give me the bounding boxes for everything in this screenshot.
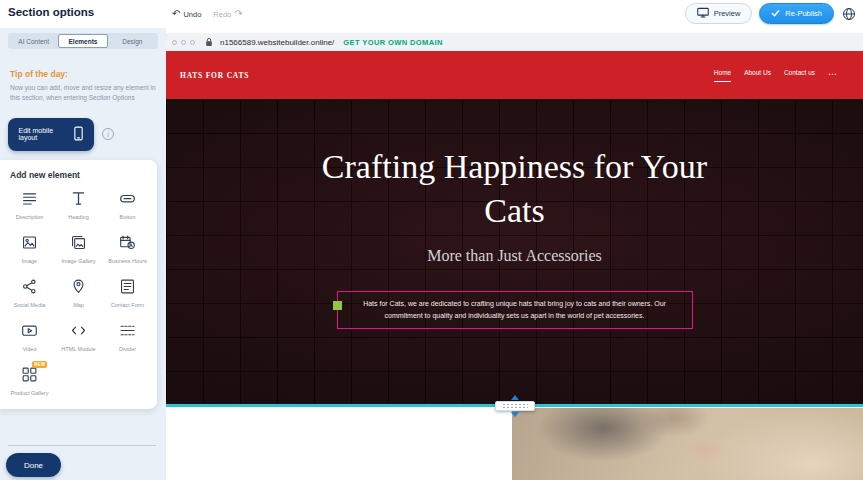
element-button[interactable]: Button <box>104 190 151 221</box>
resize-handle-icon[interactable] <box>333 301 342 310</box>
lock-icon <box>205 37 213 47</box>
element-label: Image <box>22 258 37 265</box>
element-label: Image Gallery <box>61 258 95 265</box>
section-photo[interactable] <box>512 408 863 480</box>
undo-icon: ↶ <box>172 9 180 19</box>
element-heading[interactable]: Heading <box>55 190 102 221</box>
republish-label: Re-Publish <box>785 9 822 18</box>
section-boundary <box>166 404 863 407</box>
next-section <box>166 407 863 480</box>
browser-bar: n1566589.websitebuilder.online/ GET YOUR… <box>166 33 863 51</box>
new-badge: NEW <box>32 361 47 368</box>
done-button[interactable]: Done <box>6 453 61 477</box>
window-dot-icon <box>190 40 195 45</box>
add-element-title: Add new element <box>10 170 151 180</box>
sidebar-divider <box>8 445 156 446</box>
heading-icon <box>70 190 87 211</box>
video-icon <box>21 322 38 343</box>
redo-label: Redo <box>213 10 231 19</box>
section-resize-handle[interactable] <box>495 395 535 417</box>
sidebar: AI Content Elements Design Tip of the da… <box>0 28 166 480</box>
arrow-down-icon <box>511 412 519 417</box>
site-header: HATS FOR CATS Home About Us Contact us ⋯ <box>166 51 863 99</box>
language-globe-button[interactable] <box>841 6 857 22</box>
product-gallery-icon <box>21 366 38 387</box>
tip-body: Now you can add, move and resize any ele… <box>10 83 156 103</box>
element-image-gallery[interactable]: Image Gallery <box>55 234 102 265</box>
topbar-actions: Preview Re-Publish <box>685 3 857 24</box>
element-contact-form[interactable]: Contact Form <box>104 278 151 309</box>
element-social-media[interactable]: Social Media <box>6 278 53 309</box>
image-icon <box>21 234 38 255</box>
element-map[interactable]: Map <box>55 278 102 309</box>
get-domain-link[interactable]: GET YOUR OWN DOMAIN <box>343 38 443 47</box>
arrow-up-icon <box>511 395 519 400</box>
grip-dots-icon <box>502 403 528 409</box>
nav-home[interactable]: Home <box>714 69 731 82</box>
site-url: n1566589.websitebuilder.online/ <box>220 38 334 47</box>
button-icon <box>119 190 136 211</box>
nav-contact-us[interactable]: Contact us <box>784 69 815 82</box>
business-hours-icon <box>119 234 136 255</box>
topbar: Section options ↶ Undo Redo ↷ Preview Re… <box>0 0 863 28</box>
tip-title: Tip of the day: <box>10 69 156 79</box>
edit-mobile-layout-button[interactable]: Edit mobile layout <box>8 118 94 151</box>
page-title: Section options <box>8 6 94 18</box>
preview-button[interactable]: Preview <box>685 3 753 24</box>
site-logo[interactable]: HATS FOR CATS <box>180 71 249 80</box>
image-gallery-icon <box>70 234 87 255</box>
undo-label: Undo <box>183 10 201 19</box>
globe-icon <box>842 7 856 21</box>
element-video[interactable]: Video <box>6 322 53 353</box>
element-label: Social Media <box>14 302 46 309</box>
social-media-icon <box>21 278 38 299</box>
drag-grip <box>495 401 535 411</box>
element-business-hours[interactable]: Business Hours <box>104 234 151 265</box>
undo-redo-group: ↶ Undo Redo ↷ <box>172 0 243 28</box>
phone-icon <box>73 126 84 142</box>
redo-icon: ↷ <box>234 9 242 19</box>
element-label: Video <box>23 346 37 353</box>
element-label: Contact Form <box>111 302 144 309</box>
tip-of-the-day: Tip of the day: Now you can add, move an… <box>10 69 156 103</box>
element-description[interactable]: Description <box>6 190 53 221</box>
sidebar-tabs: AI Content Elements Design <box>8 33 158 49</box>
hero-heading[interactable]: Crafting Happiness for Your Cats <box>315 99 715 233</box>
map-icon <box>70 278 87 299</box>
element-label: Divider <box>119 346 136 353</box>
republish-button[interactable]: Re-Publish <box>759 3 834 24</box>
check-icon <box>771 9 780 19</box>
tab-ai-content[interactable]: AI Content <box>9 34 58 48</box>
add-element-panel: Add new element Description Heading Butt… <box>0 160 157 410</box>
site-nav: Home About Us Contact us ⋯ <box>714 69 837 82</box>
element-product-gallery[interactable]: NEW Product Gallery <box>6 366 53 397</box>
hero-section[interactable]: Crafting Happiness for Your Cats More th… <box>166 99 863 404</box>
element-label: Heading <box>68 214 89 221</box>
element-label: HTML Module <box>61 346 95 353</box>
preview-area: n1566589.websitebuilder.online/ GET YOUR… <box>166 28 863 480</box>
nav-more-icon[interactable]: ⋯ <box>828 69 837 82</box>
element-label: Map <box>73 302 84 309</box>
element-label: Product Gallery <box>11 390 49 397</box>
element-label: Description <box>16 214 44 221</box>
contact-form-icon <box>119 278 136 299</box>
element-html-module[interactable]: HTML Module <box>55 322 102 353</box>
nav-about-us[interactable]: About Us <box>744 69 771 82</box>
hero-paragraph-box[interactable]: Hats for Cats, we are dedicated to craft… <box>337 291 693 329</box>
hero-paragraph: Hats for Cats, we are dedicated to craft… <box>344 298 686 322</box>
redo-button[interactable]: Redo ↷ <box>213 9 242 19</box>
hero-subheading[interactable]: More than Just Accessories <box>166 247 863 265</box>
tab-design[interactable]: Design <box>108 34 157 48</box>
preview-label: Preview <box>714 9 741 18</box>
html-module-icon <box>70 322 87 343</box>
element-divider[interactable]: Divider <box>104 322 151 353</box>
element-label: Business Hours <box>108 258 147 265</box>
website-canvas: HATS FOR CATS Home About Us Contact us ⋯… <box>166 51 863 480</box>
divider-icon <box>119 322 136 343</box>
undo-button[interactable]: ↶ Undo <box>172 9 201 19</box>
window-dot-icon <box>181 40 186 45</box>
info-icon[interactable]: i <box>102 128 114 140</box>
element-image[interactable]: Image <box>6 234 53 265</box>
element-grid: Description Heading Button Image Image G… <box>6 190 151 398</box>
tab-elements[interactable]: Elements <box>58 34 107 48</box>
